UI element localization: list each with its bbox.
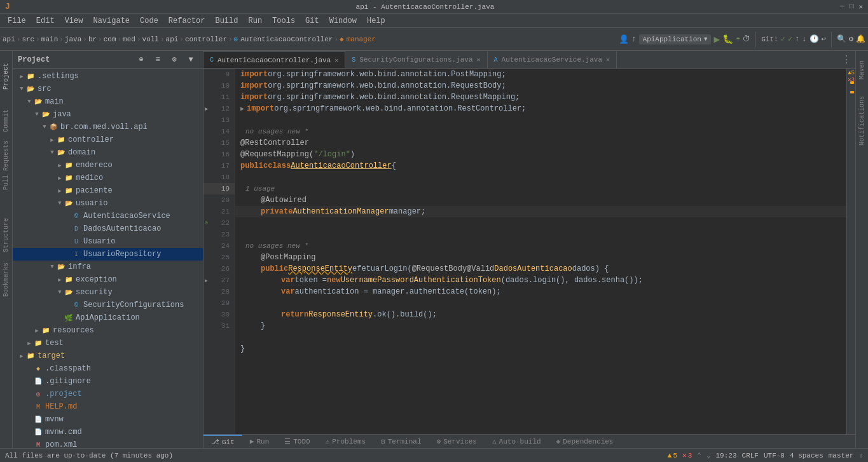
tree-item-security[interactable]: ▼ 📂 security [13,286,203,299]
menu-tools[interactable]: Tools [267,15,300,27]
menu-edit[interactable]: Edit [31,15,60,27]
tree-item-target[interactable]: ▶ 📁 target [13,350,203,362]
tree-item-usuario-class[interactable]: U Usuario [13,235,203,248]
bottom-tab-git[interactable]: ⎇ Git [203,435,242,448]
fold-icon[interactable]: ▶ [205,105,208,112]
bc-med[interactable]: med [123,36,135,43]
menu-file[interactable]: File [3,15,31,27]
chevron-up-icon[interactable]: ⌃ [697,451,701,459]
bc-com[interactable]: com [104,36,116,43]
tab-autenticacaocontroller[interactable]: C AutenticacaoController.java ✕ [203,51,345,68]
chevron-down-icon[interactable]: ⌄ [706,451,711,459]
notifications-icon[interactable]: 🔔 [856,34,865,44]
project-tab-vertical[interactable]: Project [0,51,13,102]
menu-build[interactable]: Build [210,15,243,27]
search-icon[interactable]: 🔍 [837,34,846,44]
menu-window[interactable]: Window [324,15,362,27]
bookmarks-tab-vertical[interactable]: Bookmarks [0,261,13,299]
tree-item-helpmd[interactable]: M HELP.md [13,400,203,413]
bc-voll[interactable]: voll [142,36,159,43]
tree-item-usuario[interactable]: ▼ 📂 usuario [13,197,203,210]
debug-button[interactable]: 🐛 [722,34,733,44]
code-content[interactable]: import org.springframework.web.bind.anno… [235,69,846,434]
git-revert[interactable]: ↩ [822,34,826,44]
bc-main[interactable]: main [41,36,58,43]
tree-item-apiapplication[interactable]: 🌿 ApiApplication [13,311,203,324]
tree-item-mvnwcmd[interactable]: 📄 mvnw.cmd [13,426,203,438]
project-settings-arrow[interactable]: ▼ [184,53,198,67]
tree-item-securityconfig[interactable]: © SecurityConfigurations [13,299,203,311]
git-pull[interactable]: ↓ [802,35,806,44]
tab-securityconfigurations[interactable]: S SecurityConfigurations.java ✕ [345,51,487,68]
settings-icon[interactable]: ⚙ [849,34,853,44]
tab-close-button[interactable]: ✕ [477,56,481,64]
tree-item-package[interactable]: ▼ 📦 br.com.med.voll.api [13,121,203,133]
bottom-tab-services[interactable]: ⚙ Services [429,435,485,447]
close-button[interactable]: ✕ [858,3,863,11]
tree-item-gitignore[interactable]: 📄 .gitignore [13,375,203,388]
git-branch[interactable]: master [829,452,854,459]
tree-item-autenticacaoservice[interactable]: © AutenticacaoService [13,210,203,222]
vcs-update-icon[interactable]: ↑ [631,35,636,44]
menu-code[interactable]: Code [135,15,163,27]
tab-close-button[interactable]: ✕ [334,57,338,64]
tree-item-main[interactable]: ▼ 📂 main [13,95,203,108]
minimize-button[interactable]: ─ [840,3,844,11]
project-icon-3[interactable]: ⚙ [167,53,181,67]
notifications-tab-vertical[interactable]: Notifications [858,95,865,146]
tree-item-pomxml[interactable]: M pom.xml [13,438,203,448]
bottom-tab-autobuild[interactable]: △ Auto-build [485,435,549,447]
maximize-button[interactable]: □ [850,3,854,11]
bc-controller[interactable]: controller [185,36,227,43]
tree-item-domain[interactable]: ▼ 📂 domain [13,146,203,159]
expand-icon[interactable]: ⇧ [858,451,863,459]
tree-item-classpath[interactable]: ◆ .classpath [13,362,203,375]
bc-api2[interactable]: api [166,36,179,43]
bc-src[interactable]: src [22,36,34,43]
menu-refactor[interactable]: Refactor [163,15,210,27]
bottom-tab-dependencies[interactable]: ◈ Dependencies [549,435,621,447]
menu-help[interactable]: Help [362,15,390,27]
indent-info[interactable]: 4 spaces [790,452,823,459]
tree-item-test[interactable]: ▶ 📁 test [13,337,203,350]
project-icon-1[interactable]: ⊕ [134,53,148,67]
tree-item-endereco[interactable]: ▶ 📁 endereco [13,159,203,172]
project-icon-2[interactable]: ≡ [151,53,165,67]
tree-item-exception[interactable]: ▶ 📁 exception [13,273,203,286]
tree-item-usuariorepository[interactable]: I UsuarioRepository [13,248,203,261]
tree-item-dadosautenticacao[interactable]: D DadosAutenticacao [13,222,203,235]
bottom-tab-run[interactable]: ▶ Run [242,435,277,447]
menu-git[interactable]: Git [300,15,324,27]
encoding[interactable]: UTF-8 [764,452,785,459]
bc-autenticacao[interactable]: AutenticacaoController [240,36,333,43]
structure-tab-vertical[interactable]: Structure [0,216,13,254]
tree-item-project-file[interactable]: ◎ .project [13,388,203,400]
tab-close-button[interactable]: ✕ [606,56,610,64]
tree-item-medico[interactable]: ▶ 📁 medico [13,172,203,184]
bottom-tab-todo[interactable]: ☰ TODO [277,435,317,447]
bc-manager[interactable]: manager [347,36,376,43]
run-button[interactable]: ▶ [713,33,720,46]
menu-run[interactable]: Run [243,15,267,27]
bottom-tab-terminal[interactable]: ⊡ Terminal [373,435,429,447]
tabs-more-button[interactable]: ⋮ [837,51,855,68]
tree-item-settings[interactable]: ▶ 📁 .settings [13,70,203,83]
window-controls[interactable]: ─ □ ✕ [840,3,863,11]
bc-java[interactable]: java [65,36,81,43]
tree-item-paciente[interactable]: ▶ 📁 paciente [13,184,203,197]
menu-view[interactable]: View [60,15,88,27]
bottom-tab-problems[interactable]: ⚠ Problems [318,435,373,447]
git-history[interactable]: 🕐 [809,34,819,44]
profile-icon[interactable]: 👤 [619,34,629,44]
line-separator[interactable]: CRLF [742,452,759,459]
run-config-arrow[interactable]: ▼ [704,36,707,43]
profile-button[interactable]: ⏱ [743,34,750,44]
maven-tab-vertical[interactable]: Maven [858,51,865,89]
tree-item-infra[interactable]: ▼ 📂 infra [13,261,203,273]
bc-api[interactable]: api [3,36,15,43]
tree-item-mvnw[interactable]: 📄 mvnw [13,413,203,426]
bc-br[interactable]: br [88,36,97,43]
pull-requests-tab-vertical[interactable]: Pull Requests [0,140,13,191]
commit-tab-vertical[interactable]: Commit [0,102,13,140]
git-push[interactable]: ↑ [795,35,799,44]
